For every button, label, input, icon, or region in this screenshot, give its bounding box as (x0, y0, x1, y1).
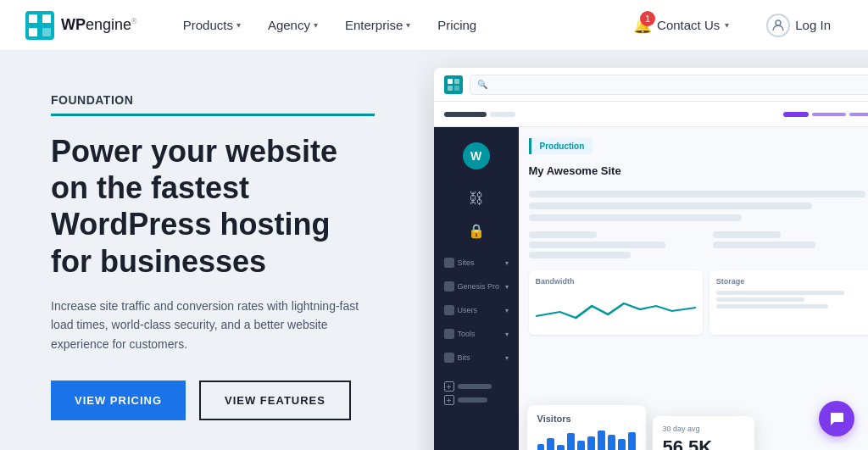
col-left (529, 231, 699, 258)
nav-item-pricing[interactable]: Pricing (426, 11, 488, 39)
svg-rect-9 (454, 86, 459, 91)
production-banner: Production (529, 138, 593, 154)
svg-rect-8 (448, 86, 453, 91)
visitors-label: Visitors (537, 414, 636, 424)
sidebar-avatar: W (463, 142, 490, 169)
cta-buttons: VIEW PRICING VIEW FEATURES (51, 381, 375, 420)
link-icon: ⛓ (441, 190, 512, 208)
site-title: My Awesome Site (529, 164, 868, 177)
sidebar-item-bits[interactable]: Bits ▾ (434, 347, 519, 368)
sites-icon (444, 258, 454, 268)
logo[interactable]: WPengine® (25, 11, 137, 40)
lock-icon: 🔒 (441, 223, 512, 239)
content-line (529, 231, 598, 238)
svg-rect-6 (448, 79, 453, 84)
dashboard-mockup: 🔍 W (434, 68, 868, 450)
content-line (713, 231, 782, 238)
visitors-card: Visitors (527, 405, 646, 450)
bandwidth-chart: Bandwidth (529, 270, 703, 335)
bar (577, 441, 585, 450)
bar (587, 436, 595, 450)
content-line (529, 191, 866, 197)
charts-row: Bandwidth Storage (529, 270, 868, 335)
mockup-logo-icon (444, 75, 463, 94)
tools-icon (444, 329, 454, 339)
bar (557, 445, 565, 450)
content-line (529, 252, 632, 258)
bar (598, 431, 605, 450)
content-line (529, 242, 665, 248)
genesis-icon (444, 281, 454, 292)
chevron-down-icon: ▾ (725, 20, 729, 30)
bar (537, 444, 545, 451)
users-icon (444, 305, 454, 315)
col-right (713, 231, 868, 258)
nav-item-enterprise[interactable]: Enterprise ▾ (333, 11, 422, 39)
svg-point-5 (776, 20, 781, 25)
nav-links: Products ▾ Agency ▾ Enterprise ▾ Pricing (171, 11, 621, 39)
add-buttons-section: + + (434, 378, 519, 408)
navbar: WPengine® Products ▾ Agency ▾ Enterprise… (0, 0, 868, 51)
chevron-down-icon: ▾ (406, 20, 410, 30)
sidebar-item-tools[interactable]: Tools ▾ (434, 324, 519, 344)
bandwidth-label: Bandwidth (536, 277, 696, 286)
view-pricing-button[interactable]: VIEW PRICING (51, 381, 186, 420)
search-icon: 🔍 (477, 80, 487, 89)
avg-value: 56.5K (663, 436, 744, 450)
bar (547, 438, 554, 451)
mockup-sidebar: W ⛓ 🔒 Sites ▾ Genesis Pro ▾ (434, 127, 519, 450)
chevron-down-icon: ▾ (236, 20, 241, 30)
content-line (713, 242, 815, 248)
hero-headline: Power your website on the fastest WordPr… (51, 133, 375, 280)
nav-item-agency[interactable]: Agency ▾ (256, 11, 330, 39)
chat-bubble[interactable] (819, 401, 854, 436)
bar (567, 433, 575, 450)
foundation-label: Foundation (51, 93, 375, 116)
sidebar-item-users[interactable]: Users ▾ (434, 300, 519, 320)
user-icon (766, 14, 790, 37)
notification-badge: 1 (640, 11, 655, 26)
mockup-main-content: Production My Awesome Site (519, 127, 868, 450)
storage-label: Storage (716, 277, 868, 286)
bar (628, 432, 636, 451)
mockup-body: W ⛓ 🔒 Sites ▾ Genesis Pro ▾ (434, 127, 868, 450)
bits-icon (444, 353, 454, 363)
sidebar-item-sites[interactable]: Sites ▾ (434, 253, 519, 273)
wpengine-logo-icon (25, 11, 54, 40)
plus-icon: + (444, 381, 454, 392)
bar (618, 439, 626, 450)
bar (608, 435, 615, 450)
avg-card: 30 day avg 56.5K (653, 416, 754, 450)
chevron-down-icon: ▾ (314, 20, 318, 30)
mockup-search[interactable]: 🔍 (470, 75, 868, 95)
content-lines (529, 191, 868, 221)
svg-rect-4 (42, 28, 51, 36)
nav-right: 🔔 1 Contact Us ▾ Log In (621, 7, 843, 44)
visitors-bars (537, 429, 636, 450)
svg-rect-2 (29, 28, 37, 36)
main-content: Foundation Power your website on the fas… (0, 51, 868, 450)
plus-icon: + (444, 395, 454, 405)
logo-text: WPengine® (61, 16, 137, 34)
content-line (529, 214, 742, 221)
mockup-topbar: 🔍 (434, 68, 868, 102)
content-line (529, 203, 813, 209)
storage-chart: Storage (709, 270, 868, 335)
dashboard-preview: 🔍 W (417, 51, 868, 450)
production-section: Production (529, 137, 868, 158)
mockup-tabs (434, 102, 868, 127)
hero-section: Foundation Power your website on the fas… (0, 51, 417, 450)
login-button[interactable]: Log In (754, 7, 843, 44)
add-btn-2[interactable]: + (444, 395, 509, 405)
svg-rect-1 (29, 14, 37, 23)
content-cols (529, 231, 868, 258)
contact-us-button[interactable]: 🔔 1 Contact Us ▾ (621, 9, 741, 42)
add-btn-1[interactable]: + (444, 381, 509, 392)
hero-subtext: Increase site traffic and conversion rat… (51, 297, 375, 353)
svg-rect-3 (42, 14, 51, 23)
svg-rect-7 (454, 79, 459, 84)
nav-item-products[interactable]: Products ▾ (171, 11, 253, 39)
view-features-button[interactable]: VIEW FEATURES (199, 381, 351, 420)
sidebar-item-genesis[interactable]: Genesis Pro ▾ (434, 276, 519, 297)
avg-label: 30 day avg (663, 425, 744, 433)
